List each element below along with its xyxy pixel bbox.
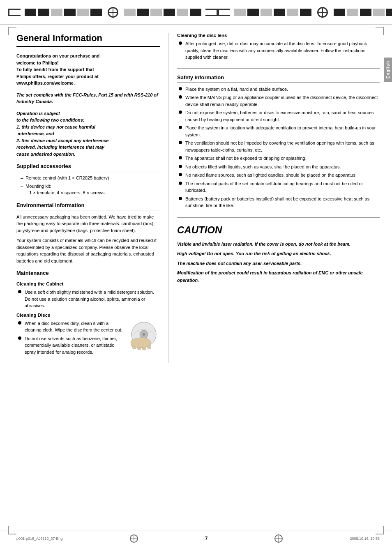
caution-title: CAUTION: [177, 224, 380, 236]
bar-seg-11: [177, 9, 188, 16]
bar-seg-r7: [334, 9, 345, 16]
footer-crosshair-icon-2: [274, 534, 283, 543]
bar-seg-9: [150, 9, 162, 16]
bar-seg-1: [25, 9, 36, 16]
bullet-icon-s3: [179, 111, 182, 114]
bullet-icon-s7: [179, 165, 182, 168]
bullet-icon-s5: [179, 141, 182, 144]
accessory-item-1: Remote control (with 1 × CR2025 battery): [16, 175, 160, 182]
caution-em-1: Visible and invisible laser radiation. I…: [177, 242, 350, 246]
cleaning-discs-item-1: When a disc becomes dirty, clean it with…: [16, 320, 123, 334]
op-line7: cause undesired operation.: [16, 151, 160, 158]
op-line1: Operation is subject: [16, 110, 160, 117]
top-bar-left-decoration: [8, 7, 218, 18]
bullet-icon-s6: [179, 156, 182, 159]
safety-text-6: The apparatus shall not be exposed to dr…: [185, 155, 307, 162]
english-tab: English: [384, 58, 392, 82]
safety-text-1: Place the system on a flat, hard and sta…: [185, 86, 288, 93]
safety-text-4: Place the system in a location with adeq…: [185, 124, 380, 138]
disc-lens-item-1: After prolonged use, dirt or dust may ac…: [177, 40, 380, 61]
bullet-icon-s9: [179, 182, 182, 185]
cleaning-cabinet-title: Cleaning the Cabinet: [16, 281, 160, 286]
disc-lens-text-1: After prolonged use, dirt or dust may ac…: [185, 40, 380, 61]
safety-text-3: Do not expose the system, batteries or d…: [185, 109, 380, 123]
safety-item-7: No objects filled with liquids, such as …: [177, 164, 380, 170]
welcome-line2: welcome to Philips!: [16, 60, 160, 67]
safety-text-10: Batteries (battery pack or batteries ins…: [185, 196, 380, 209]
bullet-icon: [18, 290, 21, 293]
safety-item-8: No naked flame sources, such as lighted …: [177, 172, 380, 179]
bar-seg-10: [164, 9, 175, 16]
accessory-item-2: Mounting kit: 1 × template, 4 × spacers,…: [16, 183, 160, 196]
fcc-section: The set complies with the FCC-Rules, Par…: [16, 92, 160, 105]
cleaning-cabinet-item-1: Use a soft cloth slightly moistened with…: [16, 289, 160, 309]
page: General Information Congratulations on y…: [0, 0, 392, 555]
cleaning-discs-item-2: Do not use solvents such as benzene, thi…: [16, 335, 123, 356]
footer-timestamp: 2008.10.16, 10:53: [350, 537, 380, 541]
caution-em-2: High voltage! Do not open. You run the r…: [177, 251, 331, 256]
supplied-accessories-title: Supplied accessories: [16, 163, 160, 171]
safety-item-10: Batteries (battery pack or batteries ins…: [177, 196, 380, 209]
bullet-icon-s4: [179, 126, 182, 129]
safety-text-2: Where the MAINS plug or an appliance cou…: [185, 94, 380, 108]
environmental-title: Environmental information: [16, 202, 160, 210]
crosshair-left: [108, 7, 118, 18]
right-column: English Cleaning the disc lens After pro…: [168, 33, 380, 363]
safety-text-5: The ventilation should not be impeded by…: [185, 140, 380, 153]
cleaning-discs-text-area: When a disc becomes dirty, clean it with…: [16, 320, 123, 357]
left-column: General Information Congratulations on y…: [16, 33, 168, 363]
bar-seg-3: [51, 9, 62, 16]
safety-item-6: The apparatus shall not be exposed to dr…: [177, 155, 380, 162]
caution-text-3: The machine does not contain any user-se…: [177, 260, 380, 267]
footer-crosshair-icon: [130, 534, 138, 543]
caution-text-2: High voltage! Do not open. You run the r…: [177, 250, 380, 258]
page-title: General Information: [16, 33, 160, 47]
caution-em-3: The machine does not contain any user-se…: [177, 261, 302, 266]
op-line3: 1. this device may not cause harmful: [16, 124, 160, 131]
safety-item-3: Do not expose the system, batteries or d…: [177, 109, 380, 123]
safety-item-1: Place the system on a flat, hard and sta…: [177, 86, 380, 93]
safety-item-2: Where the MAINS plug or an appliance cou…: [177, 94, 380, 108]
bar-seg-r1: [234, 9, 246, 16]
bar-seg-2: [38, 9, 49, 16]
op-line5: 2. this device must accept any interfere…: [16, 137, 160, 144]
operation-section: Operation is subject to the following tw…: [16, 110, 160, 158]
welcome-line3: To fully benifit from the support that: [16, 66, 160, 73]
cleaning-discs-text-2: Do not use solvents such as benzene, thi…: [25, 335, 123, 356]
bar-seg-r11: [386, 9, 392, 16]
safety-text-8: No naked flame sources, such as lighted …: [185, 172, 357, 179]
disc-lens-section: Cleaning the disc lens After prolonged u…: [177, 33, 380, 69]
top-bar: [0, 0, 392, 25]
corner-mark-top-left: [8, 27, 16, 35]
environmental-para1: All unnecessary packaging has been omitt…: [16, 214, 160, 234]
disc-image: [127, 320, 160, 351]
bar-seg-r9: [360, 9, 371, 16]
page-footer: p001-p018_AJ6110_37-Eng 7 2008.10.16, 10…: [0, 530, 392, 547]
accessory-text-1: Remote control (with 1 × CR2025 battery): [25, 175, 109, 182]
op-line2: to the following two conditions:: [16, 117, 160, 124]
welcome-line1: Congratulations on your purchase and: [16, 53, 160, 60]
cleaning-cabinet-text-1: Use a soft cloth slightly moistened with…: [25, 289, 160, 309]
svg-point-3: [131, 338, 151, 348]
bar-seg-8: [137, 9, 149, 16]
safety-text-7: No objects filled with liquids, such as …: [185, 164, 341, 170]
bullet-icon-s2: [179, 95, 182, 99]
bar-seg-7: [124, 9, 136, 16]
caution-text-4: Modification of the product could result…: [177, 269, 380, 284]
bar-seg-r2: [247, 9, 259, 16]
bullet-icon-s1: [179, 87, 182, 90]
bar-seg-r5: [287, 9, 298, 16]
accessory-text-2: Mounting kit: 1 × template, 4 × spacers,…: [25, 183, 104, 196]
environmental-para2: Your system consists of materials which …: [16, 237, 160, 264]
welcome-line4: Philips offers, register your product at: [16, 73, 160, 80]
cleaning-discs-area: When a disc becomes dirty, clean it with…: [16, 320, 160, 357]
safety-section: Safety information Place the system on a…: [177, 74, 380, 209]
bar-seg-r8: [347, 9, 358, 16]
bar-seg-5: [77, 9, 89, 16]
bar-seg-6: [90, 9, 102, 16]
top-bar-right-decoration: [218, 7, 392, 18]
supplied-accessories-section: Supplied accessories Remote control (wit…: [16, 163, 160, 196]
safety-title: Safety information: [177, 74, 380, 83]
disc-lens-title: Cleaning the disc lens: [177, 33, 380, 38]
right-bracket-1: [205, 9, 218, 16]
